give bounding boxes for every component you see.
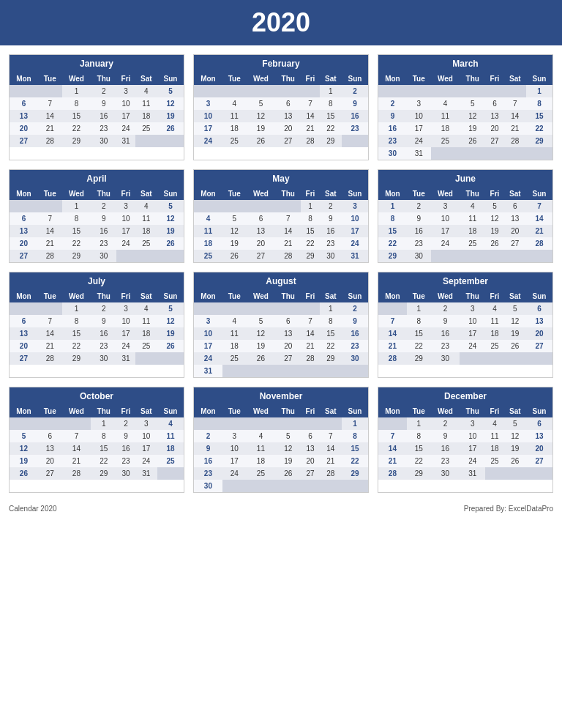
day-header-sat: Sat	[135, 405, 157, 417]
cal-cell: 12	[247, 327, 276, 340]
cal-cell: 6	[526, 417, 552, 430]
day-header-fri: Fri	[485, 290, 503, 302]
cal-cell	[431, 250, 460, 262]
day-header-thu: Thu	[91, 290, 116, 302]
cal-cell: 30	[91, 250, 116, 262]
cal-cell	[247, 85, 276, 97]
cal-cell: 27	[526, 455, 552, 467]
cal-table: MonTueWedThuFriSatSun1234567891011121314…	[10, 187, 184, 262]
cal-cell: 27	[275, 135, 301, 147]
cal-cell: 26	[504, 340, 526, 352]
cal-cell: 7	[526, 200, 552, 212]
cal-cell: 5	[157, 85, 184, 97]
cal-cell: 10	[194, 110, 222, 122]
cal-cell: 2	[378, 97, 407, 110]
cal-cell: 28	[378, 352, 407, 365]
cal-cell: 20	[38, 455, 62, 467]
cal-cell	[62, 417, 91, 430]
cal-cell: 18	[135, 225, 157, 237]
cal-cell: 26	[157, 340, 184, 352]
cal-cell: 31	[135, 467, 157, 480]
cal-cell: 28	[275, 250, 301, 262]
cal-cell: 9	[342, 315, 368, 327]
day-header-sun: Sun	[526, 405, 552, 417]
cal-cell: 18	[460, 225, 485, 237]
cal-cell: 9	[91, 315, 116, 327]
cal-cell: 19	[504, 442, 526, 455]
day-header-mon: Mon	[10, 290, 38, 302]
day-header-fri: Fri	[485, 187, 503, 200]
cal-cell: 13	[10, 225, 38, 237]
day-header-thu: Thu	[91, 73, 116, 85]
cal-cell: 11	[485, 430, 503, 442]
day-header-tue: Tue	[38, 405, 62, 417]
month-title: March	[378, 55, 552, 73]
cal-cell: 27	[301, 467, 319, 480]
day-header-wed: Wed	[247, 73, 276, 85]
day-header-fri: Fri	[301, 73, 319, 85]
cal-cell: 2	[91, 200, 116, 212]
cal-cell: 7	[504, 97, 526, 110]
cal-cell	[526, 147, 552, 160]
cal-cell: 14	[275, 225, 301, 237]
cal-cell: 27	[10, 352, 38, 365]
cal-cell: 26	[247, 352, 276, 365]
cal-cell: 17	[194, 340, 222, 352]
cal-cell: 13	[504, 212, 526, 225]
cal-cell: 17	[116, 110, 135, 122]
footer-right: Prepared By: ExcelDataPro	[464, 505, 553, 513]
day-header-wed: Wed	[431, 73, 460, 85]
cal-cell: 8	[62, 315, 91, 327]
cal-cell: 4	[247, 430, 276, 442]
cal-cell: 27	[504, 237, 526, 250]
calendars-grid: JanuaryMonTueWedThuFriSatSun123456789101…	[0, 45, 562, 502]
cal-cell: 17	[431, 225, 460, 237]
cal-cell: 12	[222, 225, 247, 237]
month-calendar-august: AugustMonTueWedThuFriSatSun1234567891011…	[193, 272, 369, 378]
day-header-fri: Fri	[116, 73, 135, 85]
day-header-thu: Thu	[460, 405, 485, 417]
cal-cell: 16	[320, 225, 342, 237]
cal-cell: 15	[407, 327, 431, 340]
day-header-tue: Tue	[222, 187, 247, 200]
cal-cell: 7	[38, 212, 62, 225]
cal-cell: 24	[116, 237, 135, 250]
cal-cell: 4	[135, 85, 157, 97]
month-title: July	[10, 272, 184, 290]
cal-cell: 4	[135, 302, 157, 315]
cal-cell: 21	[38, 122, 62, 135]
cal-cell: 19	[460, 122, 485, 135]
cal-cell	[504, 352, 526, 365]
cal-cell	[10, 302, 38, 315]
cal-cell: 5	[222, 212, 247, 225]
cal-cell: 20	[526, 442, 552, 455]
cal-cell: 19	[222, 237, 247, 250]
cal-cell: 31	[194, 365, 222, 377]
cal-cell: 26	[485, 237, 503, 250]
cal-cell: 25	[135, 122, 157, 135]
cal-cell: 13	[526, 430, 552, 442]
cal-cell: 3	[460, 302, 485, 315]
cal-cell: 13	[301, 442, 319, 455]
day-header-tue: Tue	[38, 73, 62, 85]
cal-cell: 6	[275, 97, 301, 110]
cal-cell: 25	[247, 467, 276, 480]
cal-cell: 10	[135, 430, 157, 442]
cal-cell: 7	[62, 430, 91, 442]
cal-cell	[247, 200, 276, 212]
cal-cell	[38, 200, 62, 212]
cal-cell: 30	[342, 352, 368, 365]
cal-cell	[222, 365, 247, 377]
cal-cell: 16	[91, 225, 116, 237]
cal-cell: 3	[194, 97, 222, 110]
cal-cell	[485, 467, 503, 480]
cal-cell: 13	[275, 110, 301, 122]
month-calendar-december: DecemberMonTueWedThuFriSatSun12345678910…	[378, 387, 553, 493]
day-header-tue: Tue	[38, 187, 62, 200]
day-header-tue: Tue	[407, 290, 431, 302]
cal-table: MonTueWedThuFriSatSun1234567891011121314…	[194, 73, 368, 147]
day-header-sat: Sat	[135, 73, 157, 85]
cal-cell	[342, 135, 368, 147]
cal-cell: 6	[10, 97, 38, 110]
cal-cell: 9	[342, 97, 368, 110]
